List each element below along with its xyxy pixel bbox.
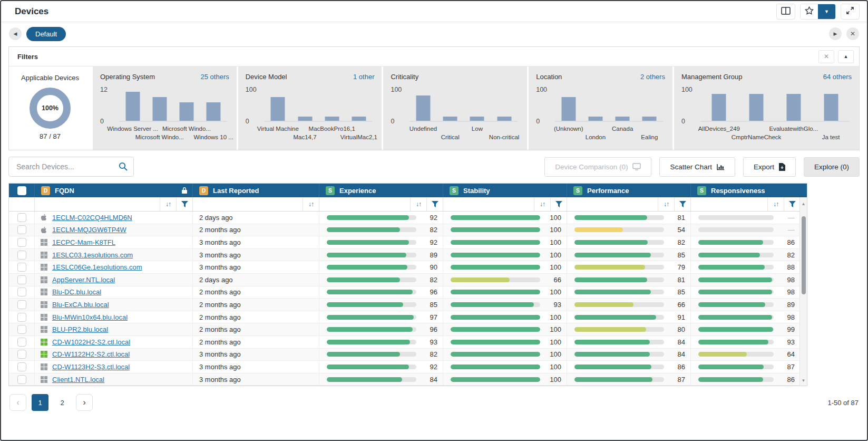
row-checkbox[interactable] xyxy=(17,213,26,222)
filter-bar-macbookpro16-1[interactable] xyxy=(325,117,339,121)
sort-button-fqdn[interactable]: ↓↑ xyxy=(160,197,176,211)
row-checkbox[interactable] xyxy=(17,300,26,309)
column-header-stability[interactable]: SStability xyxy=(443,184,567,197)
filter-bar-virtualmac2-1[interactable] xyxy=(352,117,366,121)
sort-button-performance[interactable]: ↓↑ xyxy=(658,197,674,211)
sort-button-last-reported[interactable]: ↓↑ xyxy=(303,197,319,211)
filter-bar-microsoft-windo[interactable] xyxy=(179,102,193,121)
filter-bar-microsoft-windo[interactable] xyxy=(152,97,167,121)
row-checkbox[interactable] xyxy=(17,263,26,272)
row-checkbox[interactable] xyxy=(17,275,26,284)
scrollbar-thumb[interactable] xyxy=(802,216,806,294)
device-link[interactable]: 1ESLC03.1esolutions.com xyxy=(52,251,133,259)
device-link[interactable]: Client1.NTL.local xyxy=(52,376,104,384)
views-dropdown-button[interactable]: ▼ xyxy=(818,4,835,19)
device-link[interactable]: CD-W1022H2-S2.ctl.local xyxy=(52,338,130,346)
tabs-scroll-right-button[interactable]: ▶ xyxy=(829,27,842,40)
row-checkbox[interactable] xyxy=(17,325,26,334)
next-page-button[interactable]: › xyxy=(76,394,93,411)
row-checkbox[interactable] xyxy=(17,251,26,260)
filter-button-responsiveness[interactable] xyxy=(784,197,800,211)
device-link[interactable]: 1ESLC06Ge.1esolutions.com xyxy=(52,263,142,271)
view-tab-default[interactable]: Default xyxy=(26,27,66,41)
fullscreen-button[interactable] xyxy=(841,4,860,20)
filter-bar-critical[interactable] xyxy=(443,117,457,121)
select-all-checkbox[interactable] xyxy=(17,186,26,195)
row-checkbox[interactable] xyxy=(17,362,26,371)
sort-button-experience[interactable]: ↓↑ xyxy=(410,197,426,211)
others-link[interactable]: 25 others xyxy=(201,73,229,81)
filter-bar-ealing[interactable] xyxy=(642,117,657,121)
filter-bar-ja-test[interactable] xyxy=(824,94,838,121)
device-link[interactable]: Blu-DC.blu.local xyxy=(52,288,101,296)
others-link[interactable]: 2 others xyxy=(640,73,665,81)
filter-button-performance[interactable] xyxy=(674,197,690,211)
scroll-down-button[interactable]: ▼ xyxy=(800,377,807,384)
sort-button-stability[interactable]: ↓↑ xyxy=(534,197,550,211)
row-checkbox[interactable] xyxy=(17,375,26,384)
row-checkbox[interactable] xyxy=(17,225,26,234)
filter-bar-windows-10[interactable] xyxy=(207,102,221,121)
sort-button-responsiveness[interactable]: ↓↑ xyxy=(767,197,784,211)
prev-page-button[interactable]: ‹ xyxy=(9,394,26,411)
scroll-up-button[interactable]: ▲ xyxy=(800,200,807,207)
last-reported-value: 2 days ago xyxy=(199,214,233,222)
explore-0-button[interactable]: Explore (0) xyxy=(804,157,860,177)
scatter-chart-button[interactable]: Scatter Chart xyxy=(659,157,735,177)
filter-button-stability[interactable] xyxy=(550,197,567,211)
others-link[interactable]: 1 other xyxy=(353,73,374,81)
filter-bar-windows-server[interactable] xyxy=(125,92,140,121)
search-icon[interactable] xyxy=(119,162,128,173)
device-link[interactable]: 1ECLM-C02CQ4HLMD6N xyxy=(52,214,132,222)
column-header-fqdn[interactable]: DFQDN xyxy=(34,184,192,197)
device-link[interactable]: CD-W1123H2-S3.ctl.local xyxy=(52,363,130,371)
close-view-button[interactable]: ✕ xyxy=(846,27,859,40)
row-checkbox[interactable] xyxy=(17,350,26,359)
row-checkbox[interactable] xyxy=(17,338,26,347)
column-header-last-reported[interactable]: DLast Reported xyxy=(192,184,319,197)
tabs-scroll-left-button[interactable]: ◀ xyxy=(9,27,22,40)
filter-bar-alldevices-249[interactable] xyxy=(712,94,726,121)
search-input[interactable] xyxy=(8,157,134,177)
column-header-experience[interactable]: SExperience xyxy=(319,184,443,197)
filter-bar-canada[interactable] xyxy=(616,117,630,121)
filter-bar-london[interactable] xyxy=(588,117,602,121)
device-link[interactable]: BLU-PR2.blu.local xyxy=(52,325,108,333)
others-link[interactable]: 64 others xyxy=(823,73,852,81)
device-link[interactable]: Blu-ExCA.blu.local xyxy=(52,301,109,309)
filter-card-applicable-devices: Applicable Devices100%87 / 87 xyxy=(9,66,91,150)
filter-bar-undefined[interactable] xyxy=(416,95,431,121)
filter-bar-non-critical[interactable] xyxy=(497,117,511,121)
export-button[interactable]: Export xyxy=(743,157,796,177)
filter-bar-virtual-machine[interactable] xyxy=(271,97,285,121)
device-link[interactable]: AppServer.NTL.local xyxy=(52,276,115,284)
device-comparison-0-button[interactable]: Device Comparison (0) xyxy=(544,157,651,177)
score-bar-track xyxy=(451,365,540,369)
row-checkbox[interactable] xyxy=(17,238,26,247)
score-cell: 100 xyxy=(443,361,567,373)
filter-button-fqdn[interactable] xyxy=(176,197,192,211)
filter-bar-mac14-7[interactable] xyxy=(298,117,312,121)
device-link[interactable]: 1ECLM-MQJGW6TP4W xyxy=(52,226,126,234)
device-link[interactable]: Blu-MWin10x64.blu.local xyxy=(52,313,128,321)
table-columns-button[interactable] xyxy=(776,4,795,20)
column-header-performance[interactable]: SPerformance xyxy=(567,184,690,197)
filter-bar-evaluatewithglo[interactable] xyxy=(786,94,801,121)
page-button-2[interactable]: 2 xyxy=(54,394,71,411)
page-button-1[interactable]: 1 xyxy=(32,394,48,411)
y-axis-max-label: 100 xyxy=(681,86,693,93)
filter-bar-low[interactable] xyxy=(470,117,484,121)
clear-filters-button[interactable]: ✕ xyxy=(818,50,834,63)
column-header-responsiveness[interactable]: SResponsiveness xyxy=(690,184,800,197)
filter-bar-unknown[interactable] xyxy=(561,97,576,121)
filter-bar-cmptrnamecheck[interactable] xyxy=(749,94,764,121)
collapse-filters-button[interactable]: ▲ xyxy=(838,50,854,63)
device-link[interactable]: CD-W1122H2-S2.ctl.local xyxy=(52,350,130,358)
score-bar-fill xyxy=(451,340,540,344)
filter-button-experience[interactable] xyxy=(426,197,443,211)
score-cell: 99 xyxy=(690,323,800,335)
favorite-star-button[interactable] xyxy=(801,4,818,19)
device-link[interactable]: 1ECPC-Mam-K8TFL xyxy=(52,238,115,246)
row-checkbox[interactable] xyxy=(17,287,26,296)
row-checkbox[interactable] xyxy=(17,313,26,322)
